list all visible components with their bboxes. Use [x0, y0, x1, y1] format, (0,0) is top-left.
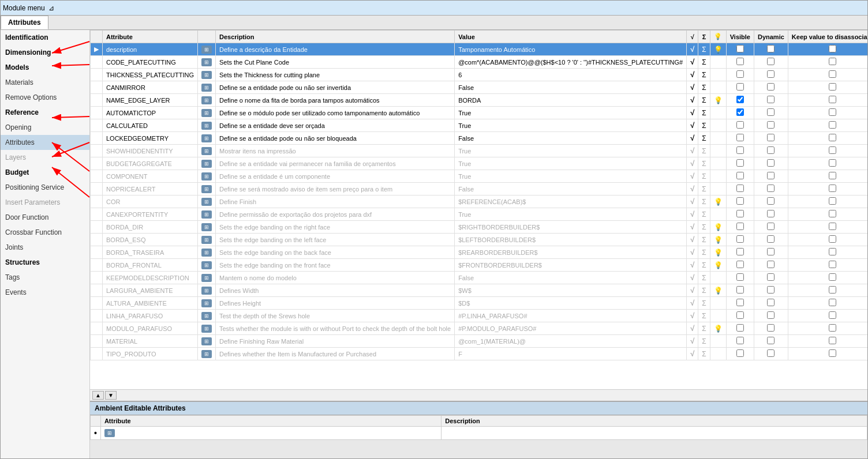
row-keep-checkbox[interactable]	[788, 272, 867, 284]
row-visible-checkbox[interactable]	[726, 94, 754, 107]
row-attr-icon[interactable]: ⊞	[198, 94, 216, 107]
row-visible-checkbox[interactable]	[726, 107, 754, 119]
sidebar-item-structures[interactable]: Structures	[1, 255, 89, 270]
table-row[interactable]: ▶description⊞Define a descrição da Entid…	[91, 43, 868, 56]
row-visible-checkbox[interactable]	[726, 170, 754, 183]
menu-bar-pin[interactable]: ⊿	[48, 4, 54, 12]
table-row[interactable]: BORDA_ESQ⊞Sets the edge banding on the l…	[91, 234, 868, 246]
row-dynamic-checkbox[interactable]	[754, 297, 788, 310]
row-attr-icon[interactable]: ⊞	[198, 170, 216, 183]
row-dynamic-checkbox[interactable]	[754, 259, 788, 272]
row-keep-checkbox[interactable]	[788, 322, 867, 335]
row-dynamic-checkbox[interactable]	[754, 94, 788, 107]
row-keep-checkbox[interactable]	[788, 284, 867, 297]
row-visible-checkbox[interactable]	[726, 221, 754, 234]
table-row[interactable]: CALCULATED⊞Define se a entidade deve ser…	[91, 119, 868, 132]
row-bulb[interactable]: 💡	[710, 246, 726, 259]
nav-down-button[interactable]: ▼	[105, 391, 117, 400]
row-bulb[interactable]: 💡	[710, 234, 726, 246]
table-row[interactable]: TIPO_PRODUTO⊞Defines whether the Item is…	[91, 348, 868, 360]
row-attr-icon[interactable]: ⊞	[198, 43, 216, 56]
row-visible-checkbox[interactable]	[726, 246, 754, 259]
row-keep-checkbox[interactable]	[788, 69, 867, 81]
sidebar-item-reference[interactable]: Reference	[1, 105, 89, 120]
row-visible-checkbox[interactable]	[726, 195, 754, 208]
row-bulb[interactable]: 💡	[710, 43, 726, 56]
row-visible-checkbox[interactable]	[726, 259, 754, 272]
row-attr-icon[interactable]: ⊞	[198, 208, 216, 221]
row-attr-icon[interactable]: ⊞	[198, 69, 216, 81]
table-row[interactable]: THICKNESS_PLATECUTTING⊞Sets the Thicknes…	[91, 69, 868, 81]
row-keep-checkbox[interactable]	[788, 145, 867, 157]
row-attr-icon[interactable]: ⊞	[198, 221, 216, 234]
row-keep-checkbox[interactable]	[788, 259, 867, 272]
row-visible-checkbox[interactable]	[726, 335, 754, 348]
row-visible-checkbox[interactable]	[726, 43, 754, 56]
row-dynamic-checkbox[interactable]	[754, 170, 788, 183]
row-dynamic-checkbox[interactable]	[754, 119, 788, 132]
table-row[interactable]: BORDA_FRONTAL⊞Sets the edge banding on t…	[91, 259, 868, 272]
row-dynamic-checkbox[interactable]	[754, 195, 788, 208]
row-bulb[interactable]: 💡	[710, 195, 726, 208]
sidebar-item-positioning-service[interactable]: Positioning Service	[1, 180, 89, 195]
row-attr-icon[interactable]: ⊞	[198, 81, 216, 94]
row-attr-icon[interactable]: ⊞	[198, 246, 216, 259]
table-row[interactable]: NOPRICEALERT⊞Define se será mostrado avi…	[91, 183, 868, 195]
table-row[interactable]: BORDA_DIR⊞Sets the edge banding on the r…	[91, 221, 868, 234]
row-visible-checkbox[interactable]	[726, 69, 754, 81]
row-keep-checkbox[interactable]	[788, 94, 867, 107]
row-dynamic-checkbox[interactable]	[754, 310, 788, 322]
tab-attributes[interactable]: Attributes	[1, 16, 48, 29]
row-bulb[interactable]: 💡	[710, 221, 726, 234]
row-dynamic-checkbox[interactable]	[754, 335, 788, 348]
table-row[interactable]: COR⊞Define Finish$REFERENCE(ACAB)$√Σ💡	[91, 195, 868, 208]
table-row[interactable]: BUDGETAGGREGATE⊞Define se a entidade vai…	[91, 157, 868, 170]
row-attr-icon[interactable]: ⊞	[198, 259, 216, 272]
row-attr-icon[interactable]: ⊞	[198, 157, 216, 170]
row-dynamic-checkbox[interactable]	[754, 208, 788, 221]
sidebar-item-events[interactable]: Events	[1, 285, 89, 300]
table-row[interactable]: NAME_EDGE_LAYER⊞Define o nome da fita de…	[91, 94, 868, 107]
row-keep-checkbox[interactable]	[788, 246, 867, 259]
row-visible-checkbox[interactable]	[726, 234, 754, 246]
row-dynamic-checkbox[interactable]	[754, 234, 788, 246]
row-attr-icon[interactable]: ⊞	[198, 195, 216, 208]
sidebar-item-joints[interactable]: Joints	[1, 240, 89, 255]
table-row[interactable]: LOCKEDGEOMETRY⊞Define se a entidade pode…	[91, 132, 868, 145]
row-keep-checkbox[interactable]	[788, 310, 867, 322]
row-attr-icon[interactable]: ⊞	[198, 145, 216, 157]
table-row[interactable]: MODULO_PARAFUSO⊞Tests whether the module…	[91, 322, 868, 335]
row-visible-checkbox[interactable]	[726, 348, 754, 360]
table-row[interactable]: CANMIRROR⊞Define se a entidade pode ou n…	[91, 81, 868, 94]
sidebar-item-budget[interactable]: Budget	[1, 165, 89, 180]
row-attr-icon[interactable]: ⊞	[198, 107, 216, 119]
row-attr-icon[interactable]: ⊞	[198, 272, 216, 284]
row-dynamic-checkbox[interactable]	[754, 81, 788, 94]
row-dynamic-checkbox[interactable]	[754, 246, 788, 259]
row-attr-icon[interactable]: ⊞	[198, 322, 216, 335]
sidebar-item-door-function[interactable]: Door Function	[1, 210, 89, 225]
sidebar-item-dimensioning[interactable]: Dimensioning	[1, 45, 89, 60]
sidebar-item-attributes[interactable]: Attributes	[1, 135, 89, 150]
sidebar-item-insert-parameters[interactable]: Insert Parameters	[1, 195, 89, 210]
sidebar-item-layers[interactable]: Layers	[1, 150, 89, 165]
row-visible-checkbox[interactable]	[726, 157, 754, 170]
row-keep-checkbox[interactable]	[788, 157, 867, 170]
attributes-table-wrapper[interactable]: Attribute Description Value √ Σ 💡 Visibl…	[90, 30, 867, 389]
row-visible-checkbox[interactable]	[726, 208, 754, 221]
row-keep-checkbox[interactable]	[788, 132, 867, 145]
table-row[interactable]: AUTOMATICTOP⊞Define se o módulo pode ser…	[91, 107, 868, 119]
row-keep-checkbox[interactable]	[788, 183, 867, 195]
row-visible-checkbox[interactable]	[726, 81, 754, 94]
table-row[interactable]: COMPONENT⊞Define se a entidade é um comp…	[91, 170, 868, 183]
row-dynamic-checkbox[interactable]	[754, 56, 788, 69]
row-visible-checkbox[interactable]	[726, 183, 754, 195]
table-row[interactable]: MATERIAL⊞Define Finishing Raw Material@c…	[91, 335, 868, 348]
row-keep-checkbox[interactable]	[788, 297, 867, 310]
row-attr-icon[interactable]: ⊞	[198, 56, 216, 69]
row-bulb[interactable]: 💡	[710, 259, 726, 272]
row-attr-icon[interactable]: ⊞	[198, 284, 216, 297]
row-visible-checkbox[interactable]	[726, 310, 754, 322]
table-row[interactable]: SHOWHIDDENENTITY⊞Mostrar itens na impres…	[91, 145, 868, 157]
row-visible-checkbox[interactable]	[726, 132, 754, 145]
